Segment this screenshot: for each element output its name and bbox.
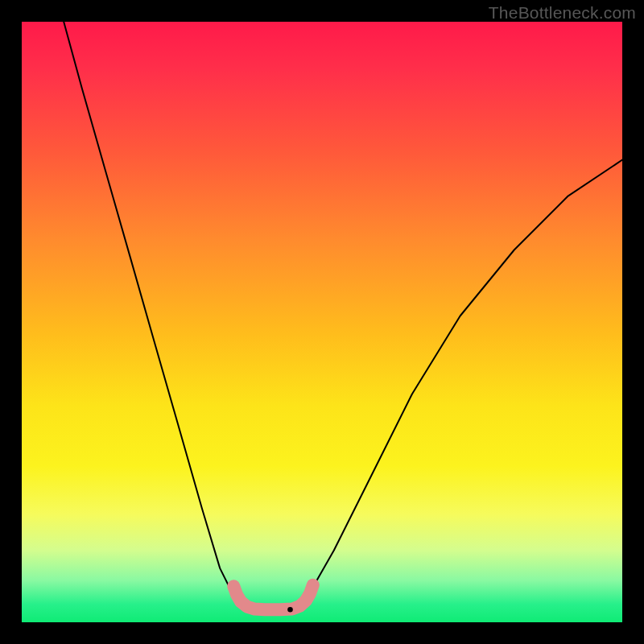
bottom-notch	[233, 585, 313, 610]
curve-left	[64, 22, 247, 609]
notch-dot	[287, 607, 293, 613]
curve-overlay	[22, 22, 622, 622]
watermark-text: TheBottleneck.com	[489, 3, 636, 23]
curve-right	[298, 160, 622, 609]
plot-area	[22, 22, 622, 622]
chart-container: TheBottleneck.com	[0, 0, 644, 644]
